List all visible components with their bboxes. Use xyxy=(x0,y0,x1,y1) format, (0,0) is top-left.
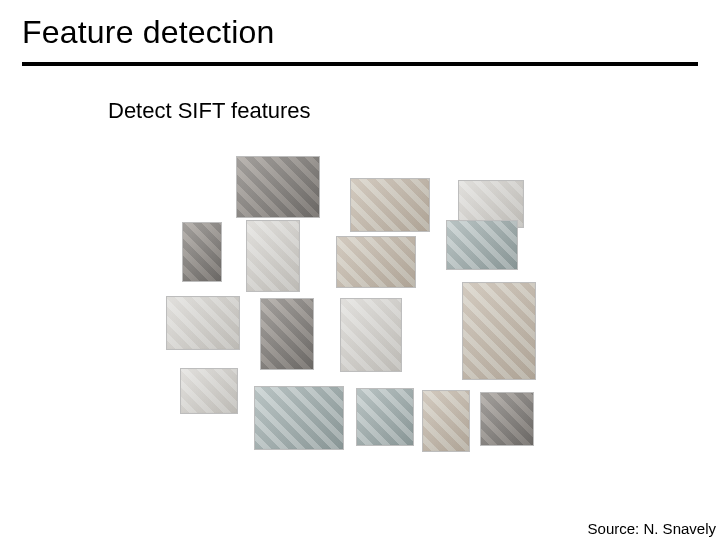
title-underline xyxy=(22,62,698,66)
photo-thumbnail xyxy=(446,220,518,270)
photo-thumbnail xyxy=(480,392,534,446)
photo-thumbnail xyxy=(340,298,402,372)
slide-subtitle: Detect SIFT features xyxy=(108,98,311,124)
slide: Feature detection Detect SIFT features S… xyxy=(0,0,720,540)
title-bar: Feature detection xyxy=(0,0,720,57)
slide-title: Feature detection xyxy=(22,14,698,51)
photo-thumbnail xyxy=(422,390,470,452)
photo-thumbnail xyxy=(462,282,536,380)
image-collage xyxy=(150,150,570,470)
photo-thumbnail xyxy=(180,368,238,414)
photo-thumbnail xyxy=(350,178,430,232)
photo-thumbnail xyxy=(246,220,300,292)
photo-thumbnail xyxy=(166,296,240,350)
photo-thumbnail xyxy=(236,156,320,218)
attribution-text: Source: N. Snavely xyxy=(588,520,716,537)
photo-thumbnail xyxy=(260,298,314,370)
photo-thumbnail xyxy=(182,222,222,282)
photo-thumbnail xyxy=(254,386,344,450)
photo-thumbnail xyxy=(356,388,414,446)
photo-thumbnail xyxy=(336,236,416,288)
